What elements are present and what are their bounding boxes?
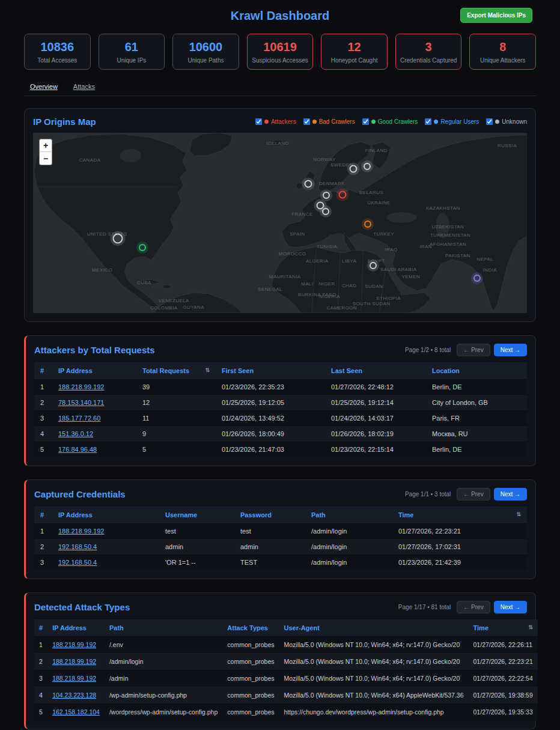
table-row: 278.153.140.1711201/25/2026, 19:12:0501/… bbox=[34, 395, 527, 410]
column-header-time[interactable]: Time⇅ bbox=[469, 619, 538, 636]
table-cell: Berlin, DE bbox=[426, 379, 527, 395]
ip-link[interactable]: 78.153.140.171 bbox=[58, 399, 104, 406]
column-header-attack-types[interactable]: Attack Types bbox=[222, 619, 279, 636]
ip-link[interactable]: 188.218.99.192 bbox=[52, 675, 96, 682]
map-marker-unknown[interactable] bbox=[112, 234, 123, 244]
map-marker-attacker[interactable] bbox=[339, 190, 347, 198]
stat-card-suspicious-accesses: 10619Suspicious Accesses bbox=[247, 34, 314, 70]
sort-icon[interactable]: ⇅ bbox=[205, 367, 210, 373]
column-header-[interactable]: # bbox=[34, 506, 52, 523]
column-header-location[interactable]: Location bbox=[426, 362, 527, 379]
table-row: 1188.218.99.192testtest/admin/login01/27… bbox=[34, 523, 527, 539]
map-marker-bad-crawler[interactable] bbox=[364, 221, 371, 228]
ip-link[interactable]: 188.218.99.192 bbox=[58, 383, 104, 391]
column-header-password[interactable]: Password bbox=[234, 506, 305, 523]
table-cell: 39 bbox=[136, 379, 216, 395]
zoom-in-button[interactable]: + bbox=[40, 139, 52, 152]
column-header-path[interactable]: Path bbox=[105, 619, 222, 636]
prev-button[interactable]: ← Prev bbox=[457, 601, 490, 613]
ip-link[interactable]: 104.23.223.128 bbox=[52, 692, 96, 699]
sort-icon[interactable]: ⇅ bbox=[528, 624, 533, 630]
stat-label: Unique Paths bbox=[175, 57, 237, 64]
table-cell: 151.36.0.12 bbox=[52, 426, 136, 442]
table-cell: TEST bbox=[234, 555, 305, 570]
column-header-ip-address[interactable]: IP Address bbox=[47, 619, 105, 636]
attackers-panel: Attackers by Total Requests Page 1/2 • 8… bbox=[24, 335, 536, 466]
ip-link[interactable]: 188.218.99.192 bbox=[52, 641, 96, 648]
prev-button[interactable]: ← Prev bbox=[457, 488, 490, 500]
legend-item-good-crawlers[interactable]: Good Crawlers bbox=[362, 118, 418, 125]
column-header-username[interactable]: Username bbox=[159, 506, 234, 523]
legend-checkbox[interactable] bbox=[425, 118, 431, 125]
column-header-time[interactable]: Time⇅ bbox=[392, 506, 527, 523]
export-malicious-ips-button[interactable]: Export Malicious IPs bbox=[460, 8, 532, 23]
prev-button[interactable]: ← Prev bbox=[457, 344, 490, 356]
column-header-path[interactable]: Path bbox=[305, 506, 392, 523]
table-cell: https://chungo.dev/wordpress/wp-admin/se… bbox=[279, 704, 469, 720]
table-cell: 'OR 1=1 -- bbox=[159, 555, 234, 570]
map-marker-unknown[interactable] bbox=[349, 165, 357, 173]
column-header-[interactable]: # bbox=[34, 362, 52, 379]
legend-item-bad-crawlers[interactable]: Bad Crawlers bbox=[303, 118, 355, 125]
legend-checkbox[interactable] bbox=[255, 118, 262, 125]
table-row: 5162.158.182.104/wordpress/wp-admin/setu… bbox=[34, 704, 538, 720]
ip-link[interactable]: 151.36.0.12 bbox=[58, 430, 93, 437]
legend-dot bbox=[312, 120, 317, 124]
stat-card-unique-attackers: 8Unique Attackers bbox=[469, 34, 536, 70]
ip-link[interactable]: 192.168.50.4 bbox=[58, 543, 97, 550]
legend-dot bbox=[264, 120, 269, 124]
table-cell: City of London, GB bbox=[426, 395, 527, 410]
column-header-user-agent[interactable]: User-Agent bbox=[279, 619, 469, 636]
map-marker-good-crawler[interactable] bbox=[139, 244, 146, 251]
table-cell: test bbox=[159, 523, 234, 539]
column-header-ip-address[interactable]: IP Address bbox=[52, 362, 136, 379]
credentials-table: #IP AddressUsernamePasswordPathTime⇅ 118… bbox=[34, 506, 527, 570]
table-cell: Mozilla/5.0 (Windows NT 10.0; Win64; x64… bbox=[279, 636, 469, 653]
legend-checkbox[interactable] bbox=[362, 118, 369, 125]
ip-link[interactable]: 185.177.72.60 bbox=[58, 415, 100, 422]
ip-link[interactable]: 188.218.99.192 bbox=[52, 658, 96, 665]
attack-types-pagination: Page 1/17 • 81 total ← Prev Next → bbox=[398, 601, 527, 613]
column-header-[interactable]: # bbox=[34, 619, 47, 636]
column-header-ip-address[interactable]: IP Address bbox=[52, 506, 159, 523]
legend-item-unknown[interactable]: Unknown bbox=[486, 118, 527, 125]
tabs: OverviewAttacks bbox=[24, 83, 536, 96]
table-cell: 01/27/2026, 22:48:12 bbox=[325, 379, 426, 395]
legend-item-attackers[interactable]: Attackers bbox=[255, 118, 296, 125]
stat-card-total-accesses: 10836Total Accesses bbox=[24, 34, 91, 70]
sort-icon[interactable]: ⇅ bbox=[516, 511, 521, 517]
credentials-panel: Captured Credentials Page 1/1 • 3 total … bbox=[24, 479, 536, 579]
tab-overview[interactable]: Overview bbox=[30, 83, 58, 90]
map-marker-unknown[interactable] bbox=[364, 163, 371, 170]
map-marker-regular-user[interactable] bbox=[473, 275, 481, 282]
tab-attacks[interactable]: Attacks bbox=[73, 83, 95, 90]
table-cell: 5 bbox=[136, 442, 216, 457]
world-map[interactable]: CANADAICELANDUNITED STATESMEXICOCUBAVENE… bbox=[33, 133, 527, 313]
table-cell: 2 bbox=[34, 395, 52, 410]
table-cell: 188.218.99.192 bbox=[47, 636, 105, 653]
ip-link[interactable]: 176.84.96.48 bbox=[58, 446, 97, 453]
table-cell: common_probes bbox=[222, 653, 279, 670]
stat-value: 10836 bbox=[26, 40, 88, 54]
map-marker-unknown[interactable] bbox=[323, 192, 330, 199]
column-header-total-requests[interactable]: Total Requests⇅ bbox=[136, 362, 216, 379]
legend-checkbox[interactable] bbox=[486, 118, 493, 125]
legend-checkbox[interactable] bbox=[303, 118, 310, 125]
ip-link[interactable]: 162.158.182.104 bbox=[52, 708, 100, 716]
legend-label: Unknown bbox=[502, 118, 527, 125]
table-cell: /admin/login bbox=[305, 523, 392, 539]
map-marker-unknown[interactable] bbox=[370, 262, 377, 269]
ip-link[interactable]: 188.218.99.192 bbox=[58, 528, 104, 535]
table-cell: common_probes bbox=[222, 704, 279, 720]
column-header-last-seen[interactable]: Last Seen bbox=[325, 362, 426, 379]
map-marker-unknown[interactable] bbox=[322, 208, 329, 215]
legend-item-regular-users[interactable]: Regular Users bbox=[425, 118, 479, 125]
next-button[interactable]: Next → bbox=[494, 344, 527, 356]
ip-link[interactable]: 192.168.50.4 bbox=[58, 559, 97, 566]
pagination-info: Page 1/2 • 8 total bbox=[405, 347, 451, 353]
next-button[interactable]: Next → bbox=[494, 601, 527, 613]
next-button[interactable]: Next → bbox=[494, 488, 527, 500]
map-marker-unknown[interactable] bbox=[304, 180, 312, 187]
zoom-out-button[interactable]: − bbox=[40, 152, 52, 165]
column-header-first-seen[interactable]: First Seen bbox=[216, 362, 325, 379]
